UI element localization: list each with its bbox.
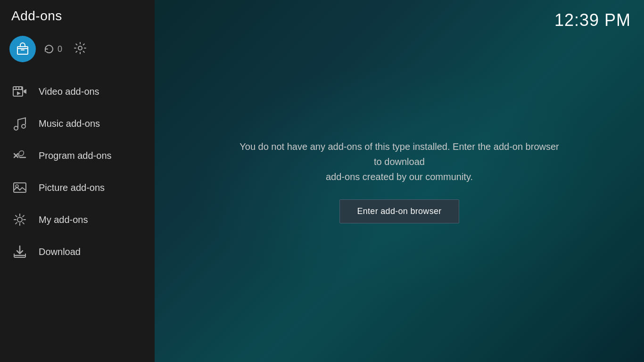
box-icon: [16, 42, 30, 56]
settings-button[interactable]: [74, 41, 87, 57]
sidebar-item-program-addons[interactable]: Program add-ons: [0, 140, 155, 172]
refresh-icon: [43, 43, 55, 55]
download-icon: [11, 243, 28, 260]
sidebar-header: Add-ons: [0, 0, 155, 28]
main-content: 12:39 PM You do not have any add-ons of …: [155, 0, 644, 362]
sidebar-item-download-label: Download: [39, 247, 81, 257]
info-message: You do not have any add-ons of this type…: [239, 139, 560, 184]
svg-point-9: [22, 124, 25, 128]
refresh-count: 0: [58, 44, 62, 54]
sidebar: Add-ons 0: [0, 0, 155, 362]
svg-point-1: [78, 46, 82, 50]
sidebar-icons-row: 0: [0, 28, 155, 67]
picture-icon: [11, 179, 28, 196]
enter-addon-browser-button[interactable]: Enter add-on browser: [339, 199, 459, 223]
sidebar-item-music-addons[interactable]: Music add-ons: [0, 107, 155, 140]
clock: 12:39 PM: [554, 10, 631, 30]
sidebar-item-video-addons-label: Video add-ons: [39, 86, 99, 97]
sidebar-nav: Video add-ons Music add-ons: [0, 75, 155, 362]
svg-point-8: [14, 126, 18, 130]
refresh-area[interactable]: 0: [43, 43, 62, 55]
video-icon: [11, 83, 28, 100]
music-icon: [11, 115, 28, 132]
sidebar-item-picture-addons[interactable]: Picture add-ons: [0, 172, 155, 204]
program-icon: [11, 147, 28, 164]
sidebar-item-my-addons-label: My add-ons: [39, 214, 88, 225]
svg-rect-13: [14, 183, 26, 192]
sidebar-item-program-addons-label: Program add-ons: [39, 150, 112, 161]
gear-icon: [74, 41, 87, 55]
addon-icon-button[interactable]: [9, 36, 36, 62]
sidebar-item-music-addons-label: Music add-ons: [39, 118, 100, 129]
sidebar-title: Add-ons: [11, 8, 62, 23]
sidebar-item-picture-addons-label: Picture add-ons: [39, 182, 105, 193]
sidebar-item-download[interactable]: Download: [0, 236, 155, 268]
sidebar-item-video-addons[interactable]: Video add-ons: [0, 75, 155, 107]
my-addons-icon: [11, 211, 28, 228]
center-content: You do not have any add-ons of this type…: [239, 139, 560, 223]
svg-marker-7: [17, 91, 21, 95]
sidebar-item-my-addons[interactable]: My add-ons: [0, 204, 155, 236]
svg-point-15: [17, 217, 22, 222]
